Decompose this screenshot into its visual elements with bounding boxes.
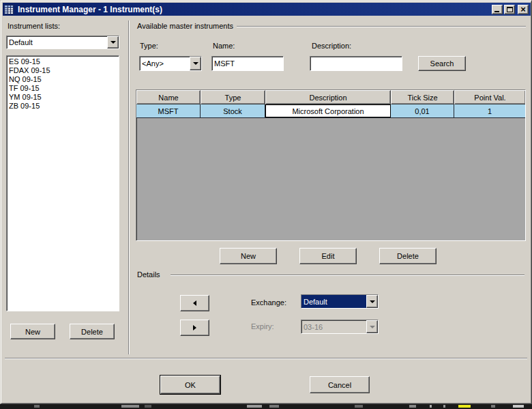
arrow-right-icon xyxy=(193,325,196,330)
instrument-listbox[interactable]: ES 09-15 FDAX 09-15 NQ 09-15 TF 09-15 YM… xyxy=(6,55,119,311)
list-item[interactable]: ZB 09-15 xyxy=(7,102,119,111)
type-dropdown-button[interactable] xyxy=(190,57,201,70)
details-section-rule xyxy=(171,274,524,276)
cell-point-val[interactable]: 1 xyxy=(454,104,525,117)
instrument-edit-button[interactable]: Edit xyxy=(299,248,357,264)
name-label: Name: xyxy=(213,42,235,50)
table-row[interactable]: MSFT Stock Microsoft Corporation 0,01 1 xyxy=(136,104,525,118)
title-bar[interactable]: Instrument Manager - 1 Instrument(s) × xyxy=(3,3,531,16)
background-window-fragment xyxy=(145,405,151,408)
list-delete-button[interactable]: Delete xyxy=(70,324,115,339)
cell-description[interactable]: Microsoft Corporation xyxy=(265,104,391,117)
cancel-button[interactable]: Cancel xyxy=(310,376,370,393)
panel-separator xyxy=(128,20,130,354)
instrument-delete-button[interactable]: Delete xyxy=(379,248,437,264)
chevron-down-icon xyxy=(110,41,116,44)
window-title: Instrument Manager - 1 Instrument(s) xyxy=(18,5,162,14)
exchange-dropdown-value: Default xyxy=(301,295,366,308)
expiry-dropdown: 03-16 xyxy=(301,320,379,334)
list-new-button[interactable]: New xyxy=(10,324,55,339)
column-header-name[interactable]: Name xyxy=(136,90,201,104)
move-right-button[interactable] xyxy=(180,320,209,336)
instrument-new-button[interactable]: New xyxy=(220,248,277,264)
instruments-table: Name Type Description Tick Size Point Va… xyxy=(136,89,526,241)
minimize-button[interactable] xyxy=(492,5,503,14)
list-item[interactable]: YM 09-15 xyxy=(7,93,119,102)
instrument-lists-label: Instrument lists: xyxy=(8,22,60,30)
close-button[interactable]: × xyxy=(518,5,529,14)
cell-tick-size[interactable]: 0,01 xyxy=(391,104,454,117)
column-header-point-val[interactable]: Point Val. xyxy=(454,90,525,104)
exchange-dropdown-button[interactable] xyxy=(366,295,378,308)
column-header-description[interactable]: Description xyxy=(265,90,391,104)
type-dropdown-value: <Any> xyxy=(140,57,190,70)
background-window-fragment xyxy=(121,405,139,408)
maximize-icon xyxy=(507,7,513,12)
list-item[interactable]: FDAX 09-15 xyxy=(7,66,119,75)
cell-name[interactable]: MSFT xyxy=(136,104,201,117)
master-instruments-section-rule xyxy=(237,26,526,27)
background-window-fragment xyxy=(491,405,495,408)
background-window-fragment xyxy=(513,405,524,408)
background-window-sliver xyxy=(0,404,532,409)
app-icon xyxy=(4,5,15,14)
background-window-fragment xyxy=(247,405,262,408)
background-window-fragment xyxy=(430,405,432,408)
expiry-dropdown-value: 03-16 xyxy=(301,320,366,333)
maximize-button[interactable] xyxy=(504,5,515,14)
instrument-list-dropdown-value: Default xyxy=(7,36,107,48)
cell-type[interactable]: Stock xyxy=(201,104,265,117)
search-button[interactable]: Search xyxy=(418,56,466,71)
background-window-fragment xyxy=(355,405,363,408)
exchange-dropdown[interactable]: Default xyxy=(301,294,379,309)
expiry-label: Expiry: xyxy=(251,322,274,330)
name-input[interactable] xyxy=(211,56,284,71)
background-window-fragment xyxy=(409,405,416,408)
minimize-icon xyxy=(494,11,499,12)
footer-rule xyxy=(5,358,527,359)
background-window-fragment xyxy=(458,405,471,408)
type-label: Type: xyxy=(140,42,158,50)
instrument-manager-window: Instrument Manager - 1 Instrument(s) × I… xyxy=(0,0,532,404)
table-header-row: Name Type Description Tick Size Point Va… xyxy=(136,90,525,104)
instrument-list-dropdown-button[interactable] xyxy=(107,36,119,48)
master-instruments-section-label: Available master instruments xyxy=(137,22,233,30)
type-dropdown[interactable]: <Any> xyxy=(139,56,202,71)
move-left-button[interactable] xyxy=(180,295,209,311)
close-icon: × xyxy=(520,5,526,13)
instrument-list-dropdown[interactable]: Default xyxy=(6,36,119,49)
exchange-label: Exchange: xyxy=(251,298,286,307)
list-item[interactable]: ES 09-15 xyxy=(7,57,119,66)
details-section-label: Details xyxy=(137,270,160,279)
background-window-fragment xyxy=(443,405,445,408)
arrow-left-icon xyxy=(193,300,196,306)
chevron-down-icon xyxy=(370,300,375,303)
column-header-tick-size[interactable]: Tick Size xyxy=(391,90,454,104)
description-label: Description: xyxy=(312,42,351,50)
screenshot-root: Instrument Manager - 1 Instrument(s) × I… xyxy=(0,0,532,409)
chevron-down-icon xyxy=(370,326,375,328)
list-item[interactable]: TF 09-15 xyxy=(7,84,119,93)
description-input[interactable] xyxy=(310,56,402,71)
expiry-dropdown-button xyxy=(366,320,378,333)
background-window-fragment xyxy=(34,405,40,408)
column-header-type[interactable]: Type xyxy=(201,90,265,104)
background-window-fragment xyxy=(269,405,279,408)
chevron-down-icon xyxy=(193,62,198,65)
list-item[interactable]: NQ 09-15 xyxy=(7,75,119,84)
ok-button[interactable]: OK xyxy=(160,376,220,394)
